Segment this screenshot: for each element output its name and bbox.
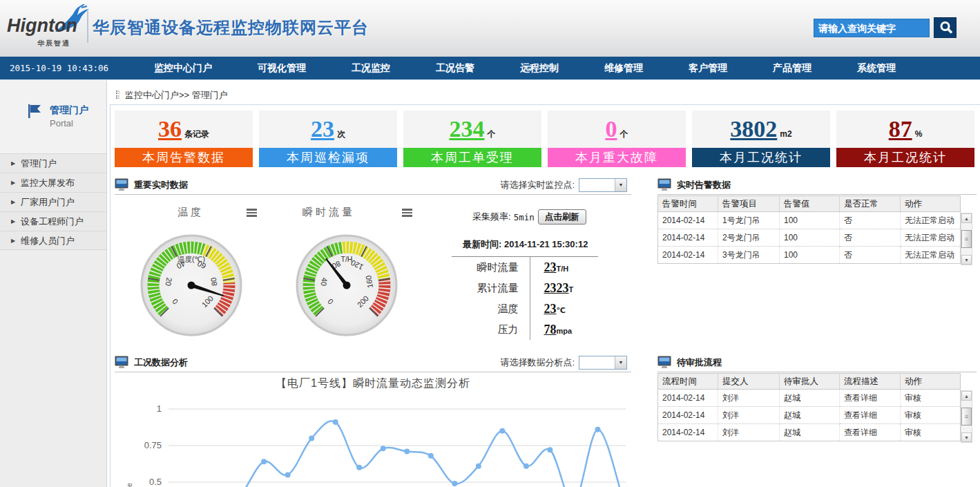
action-link[interactable]: 查看详细 <box>840 390 901 407</box>
chevron-down-icon[interactable]: ▼ <box>615 356 626 369</box>
stat-card-5: 3802m2本月工况统计 <box>692 111 830 167</box>
scroll-thumb[interactable]: ≡ <box>961 408 972 426</box>
frequency-label: 采集频率: <box>472 211 511 223</box>
column-header: 流程描述 <box>840 374 901 390</box>
reading-label: 温度 <box>452 298 530 319</box>
search-icon <box>939 20 954 35</box>
nav-timestamp: 2015-10-19 10:43:06 <box>10 57 108 80</box>
svg-text:40: 40 <box>320 277 329 287</box>
realtime-readings-panel: 采集频率: 5min 点击刷新 最新时间: 2014-11-21 15:30:1… <box>450 209 631 340</box>
gauge-temp-title: 温度 <box>156 206 225 219</box>
scroll-thumb[interactable]: ≡ <box>961 230 972 248</box>
search-button[interactable] <box>934 17 957 38</box>
nav-item-9[interactable]: 系统管理 <box>850 62 903 75</box>
table-row: 2014-02-14刘洋赵城查看详细审核 <box>658 407 961 424</box>
nav-item-8[interactable]: 产品管理 <box>766 62 818 75</box>
sidebar-item-5[interactable]: ▶维修人员门户 <box>0 231 106 250</box>
svg-text:1: 1 <box>157 403 162 414</box>
stat-label-banner[interactable]: 本周巡检漏项 <box>259 148 397 167</box>
svg-text:温度(℃): 温度(℃) <box>177 255 205 263</box>
column-header: 待审批人 <box>780 374 840 390</box>
monitor-point-select[interactable]: ▼ <box>579 178 627 192</box>
sidebar-item-3[interactable]: ▶厂家用户门户 <box>0 192 106 211</box>
sidebar-item-1[interactable]: ▶管理门户 <box>0 153 106 173</box>
temperature-gauge: 020406080100温度(℃) <box>140 232 243 338</box>
sidebar-item-label: 维修人员门户 <box>21 236 75 246</box>
approval-scrollbar[interactable]: ▲ ≡ ▼ <box>961 390 972 443</box>
alarm-section-header: 实时告警数据 <box>657 175 977 195</box>
table-row: 2014-02-143号龙门吊100否无法正常启动 <box>658 247 961 264</box>
scroll-down-icon[interactable]: ▼ <box>961 255 972 265</box>
table-cell: 否 <box>840 229 901 247</box>
column-header: 是否正常 <box>840 196 901 212</box>
stat-value[interactable]: 0 <box>606 117 617 141</box>
scroll-up-icon[interactable]: ▲ <box>961 391 972 401</box>
gauge-temp-menu-icon[interactable] <box>247 209 257 218</box>
stat-value[interactable]: 234 <box>450 117 485 141</box>
stat-label-banner[interactable]: 本周告警数据 <box>115 148 253 167</box>
nav-item-4[interactable]: 工况告警 <box>429 62 481 75</box>
nav-item-7[interactable]: 客户管理 <box>682 62 734 75</box>
stat-label-banner[interactable]: 本月工况统计 <box>692 148 830 167</box>
refresh-button[interactable]: 点击刷新 <box>538 209 586 225</box>
stat-value[interactable]: 36 <box>158 117 182 141</box>
stat-value-area: 234个 <box>403 111 541 148</box>
nav-item-6[interactable]: 维修管理 <box>597 62 650 75</box>
stat-label-banner[interactable]: 本月重大故障 <box>548 148 686 167</box>
column-header: 告警项目 <box>718 196 780 212</box>
nav-item-3[interactable]: 工况监控 <box>345 62 397 75</box>
table-row: 2014-02-14刘洋赵城查看详细审核 <box>658 424 961 441</box>
reading-row: 瞬时流量23T/H <box>452 257 606 278</box>
table-row: 2014-02-14刘洋赵城查看详细审核 <box>658 390 961 407</box>
sidebar-menu: ▶管理门户▶监控大屏发布▶厂家用户门户▶设备工程师门户▶维修人员门户 <box>0 153 106 250</box>
logo-subtext: 华辰智通 <box>37 39 70 48</box>
sidebar-item-label: 监控大屏发布 <box>21 178 75 188</box>
table-cell: 2014-02-14 <box>658 424 718 441</box>
chevron-down-icon[interactable]: ▼ <box>615 179 626 191</box>
scroll-down-icon[interactable]: ▼ <box>961 432 972 442</box>
stat-label-banner[interactable]: 本月工况统计 <box>836 148 974 167</box>
stat-card-6: 87%本月工况统计 <box>836 111 974 167</box>
nav-item-2[interactable]: 可视化管理 <box>251 62 313 75</box>
column-header: 告警值 <box>780 196 840 212</box>
action-link[interactable]: 审核 <box>901 407 961 424</box>
action-link[interactable]: 审核 <box>901 390 961 407</box>
sidebar-item-label: 设备工程师门户 <box>21 216 84 227</box>
sidebar: 管理门户 Portal ▶管理门户▶监控大屏发布▶厂家用户门户▶设备工程师门户▶… <box>0 80 107 487</box>
approval-table: 流程时间提交人待审批人流程描述动作2014-02-14刘洋赵城查看详细审核201… <box>657 373 961 441</box>
action-link[interactable]: 审核 <box>901 424 961 441</box>
scroll-up-icon[interactable]: ▲ <box>961 213 972 223</box>
app-header: Hignton 华辰智通 华辰智通设备远程监控物联网云平台 <box>0 0 980 57</box>
gauge-flow-menu-icon[interactable] <box>402 209 412 218</box>
gauge-flow-title: 瞬时流量 <box>287 206 370 219</box>
stat-unit: 个 <box>488 128 496 140</box>
alarm-scrollbar[interactable]: ▲ ≡ ▼ <box>961 213 972 265</box>
reading-row: 累计流量2323T <box>452 278 606 298</box>
stat-value[interactable]: 23 <box>311 117 334 141</box>
stat-label-banner[interactable]: 本周工单受理 <box>403 148 541 167</box>
action-link[interactable]: 查看详细 <box>840 424 901 441</box>
reading-label: 累计流量 <box>452 278 530 298</box>
sidebar-item-2[interactable]: ▶监控大屏发布 <box>0 173 106 192</box>
monitor-point-label: 请选择实时监控点: <box>500 179 575 191</box>
action-link[interactable]: 查看详细 <box>840 407 901 424</box>
stat-value-area: 3802m2 <box>692 111 830 148</box>
frequency-value: 5min <box>514 212 535 222</box>
realtime-section-title: 重要实时数据 <box>134 179 188 191</box>
nav-item-1[interactable]: 监控中心门户 <box>147 62 219 75</box>
approval-section-title: 待审批流程 <box>677 356 722 369</box>
portal-subtitle: Portal <box>50 118 73 128</box>
search-input[interactable] <box>814 19 930 37</box>
breadcrumb-icon <box>116 90 119 99</box>
nav-item-5[interactable]: 远程控制 <box>513 62 566 75</box>
stat-value[interactable]: 87 <box>889 117 912 141</box>
reading-label: 压力 <box>452 319 530 340</box>
svg-text:80: 80 <box>209 277 219 287</box>
table-cell: 2014-02-14 <box>658 407 718 424</box>
panel-top-border <box>110 104 980 105</box>
analysis-point-select[interactable]: ▼ <box>579 356 627 370</box>
stat-value[interactable]: 3802 <box>730 117 777 141</box>
table-cell: 无法正常启动 <box>901 212 961 229</box>
sidebar-item-4[interactable]: ▶设备工程师门户 <box>0 211 106 231</box>
svg-text:20: 20 <box>164 277 174 287</box>
